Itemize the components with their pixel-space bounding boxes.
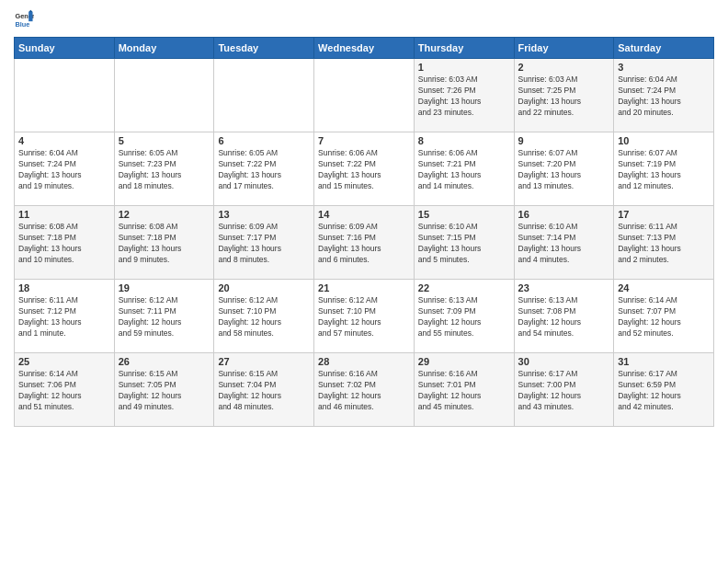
weekday-header-saturday: Saturday bbox=[614, 38, 714, 59]
day-info: Sunrise: 6:05 AM Sunset: 7:22 PM Dayligh… bbox=[218, 148, 310, 192]
calendar-cell: 5Sunrise: 6:05 AM Sunset: 7:23 PM Daylig… bbox=[114, 132, 214, 206]
day-number: 31 bbox=[618, 356, 710, 367]
day-number: 23 bbox=[518, 282, 610, 293]
calendar-cell bbox=[214, 59, 314, 132]
day-number: 18 bbox=[18, 282, 110, 293]
calendar-cell: 13Sunrise: 6:09 AM Sunset: 7:17 PM Dayli… bbox=[214, 206, 314, 280]
day-info: Sunrise: 6:05 AM Sunset: 7:23 PM Dayligh… bbox=[119, 148, 210, 192]
calendar-week-1: 1Sunrise: 6:03 AM Sunset: 7:26 PM Daylig… bbox=[15, 59, 714, 132]
calendar-cell: 28Sunrise: 6:16 AM Sunset: 7:02 PM Dayli… bbox=[314, 353, 415, 427]
day-number: 3 bbox=[618, 62, 710, 73]
calendar-cell bbox=[114, 59, 214, 132]
day-info: Sunrise: 6:07 AM Sunset: 7:19 PM Dayligh… bbox=[618, 148, 710, 192]
day-info: Sunrise: 6:13 AM Sunset: 7:08 PM Dayligh… bbox=[518, 295, 610, 339]
day-info: Sunrise: 6:10 AM Sunset: 7:14 PM Dayligh… bbox=[518, 222, 610, 266]
day-number: 28 bbox=[318, 356, 410, 367]
calendar-cell: 7Sunrise: 6:06 AM Sunset: 7:22 PM Daylig… bbox=[314, 132, 415, 206]
calendar-cell: 29Sunrise: 6:16 AM Sunset: 7:01 PM Dayli… bbox=[414, 353, 514, 427]
svg-text:Blue: Blue bbox=[15, 20, 29, 29]
calendar-cell: 27Sunrise: 6:15 AM Sunset: 7:04 PM Dayli… bbox=[214, 353, 314, 427]
day-number: 1 bbox=[418, 62, 510, 73]
day-number: 25 bbox=[18, 356, 110, 367]
day-info: Sunrise: 6:06 AM Sunset: 7:21 PM Dayligh… bbox=[418, 148, 510, 192]
calendar-cell: 3Sunrise: 6:04 AM Sunset: 7:24 PM Daylig… bbox=[614, 59, 714, 132]
logo: General Blue bbox=[14, 9, 38, 29]
calendar-cell: 26Sunrise: 6:15 AM Sunset: 7:05 PM Dayli… bbox=[114, 353, 214, 427]
day-number: 10 bbox=[618, 135, 710, 146]
day-info: Sunrise: 6:11 AM Sunset: 7:12 PM Dayligh… bbox=[18, 295, 110, 339]
day-number: 16 bbox=[518, 209, 610, 220]
day-number: 5 bbox=[119, 135, 210, 146]
day-info: Sunrise: 6:08 AM Sunset: 7:18 PM Dayligh… bbox=[18, 222, 110, 266]
day-number: 17 bbox=[618, 209, 710, 220]
calendar-cell: 20Sunrise: 6:12 AM Sunset: 7:10 PM Dayli… bbox=[214, 280, 314, 353]
day-number: 8 bbox=[418, 135, 510, 146]
calendar-cell: 2Sunrise: 6:03 AM Sunset: 7:25 PM Daylig… bbox=[514, 59, 614, 132]
day-info: Sunrise: 6:03 AM Sunset: 7:25 PM Dayligh… bbox=[518, 75, 610, 119]
day-number: 13 bbox=[218, 209, 310, 220]
day-info: Sunrise: 6:16 AM Sunset: 7:02 PM Dayligh… bbox=[318, 369, 410, 413]
calendar-cell: 14Sunrise: 6:09 AM Sunset: 7:16 PM Dayli… bbox=[314, 206, 415, 280]
svg-marker-3 bbox=[28, 10, 32, 12]
svg-marker-2 bbox=[28, 12, 32, 21]
day-number: 21 bbox=[318, 282, 410, 293]
calendar-cell: 1Sunrise: 6:03 AM Sunset: 7:26 PM Daylig… bbox=[414, 59, 514, 132]
calendar-cell: 25Sunrise: 6:14 AM Sunset: 7:06 PM Dayli… bbox=[15, 353, 115, 427]
calendar-cell: 19Sunrise: 6:12 AM Sunset: 7:11 PM Dayli… bbox=[114, 280, 214, 353]
calendar-cell: 11Sunrise: 6:08 AM Sunset: 7:18 PM Dayli… bbox=[15, 206, 115, 280]
day-info: Sunrise: 6:17 AM Sunset: 6:59 PM Dayligh… bbox=[618, 369, 710, 413]
calendar-cell: 30Sunrise: 6:17 AM Sunset: 7:00 PM Dayli… bbox=[514, 353, 614, 427]
day-number: 12 bbox=[119, 209, 210, 220]
day-number: 14 bbox=[318, 209, 410, 220]
weekday-header-thursday: Thursday bbox=[414, 38, 514, 59]
day-info: Sunrise: 6:10 AM Sunset: 7:15 PM Dayligh… bbox=[418, 222, 510, 266]
calendar-cell: 24Sunrise: 6:14 AM Sunset: 7:07 PM Dayli… bbox=[614, 280, 714, 353]
weekday-header-sunday: Sunday bbox=[15, 38, 115, 59]
calendar-cell: 31Sunrise: 6:17 AM Sunset: 6:59 PM Dayli… bbox=[614, 353, 714, 427]
day-number: 29 bbox=[418, 356, 510, 367]
calendar-week-2: 4Sunrise: 6:04 AM Sunset: 7:24 PM Daylig… bbox=[15, 132, 714, 206]
calendar-cell: 10Sunrise: 6:07 AM Sunset: 7:19 PM Dayli… bbox=[614, 132, 714, 206]
day-info: Sunrise: 6:14 AM Sunset: 7:06 PM Dayligh… bbox=[18, 369, 110, 413]
day-info: Sunrise: 6:03 AM Sunset: 7:26 PM Dayligh… bbox=[418, 75, 510, 119]
day-number: 27 bbox=[218, 356, 310, 367]
day-info: Sunrise: 6:07 AM Sunset: 7:20 PM Dayligh… bbox=[518, 148, 610, 192]
weekday-header-friday: Friday bbox=[514, 38, 614, 59]
day-info: Sunrise: 6:15 AM Sunset: 7:04 PM Dayligh… bbox=[218, 369, 310, 413]
calendar-cell: 8Sunrise: 6:06 AM Sunset: 7:21 PM Daylig… bbox=[414, 132, 514, 206]
day-info: Sunrise: 6:06 AM Sunset: 7:22 PM Dayligh… bbox=[318, 148, 410, 192]
calendar-cell: 18Sunrise: 6:11 AM Sunset: 7:12 PM Dayli… bbox=[15, 280, 115, 353]
weekday-header-tuesday: Tuesday bbox=[214, 38, 314, 59]
day-number: 6 bbox=[218, 135, 310, 146]
calendar-cell: 6Sunrise: 6:05 AM Sunset: 7:22 PM Daylig… bbox=[214, 132, 314, 206]
day-number: 26 bbox=[119, 356, 210, 367]
calendar-cell: 9Sunrise: 6:07 AM Sunset: 7:20 PM Daylig… bbox=[514, 132, 614, 206]
day-number: 2 bbox=[518, 62, 610, 73]
day-number: 19 bbox=[119, 282, 210, 293]
calendar-table: SundayMondayTuesdayWednesdayThursdayFrid… bbox=[14, 37, 714, 427]
day-number: 22 bbox=[418, 282, 510, 293]
calendar-cell: 16Sunrise: 6:10 AM Sunset: 7:14 PM Dayli… bbox=[514, 206, 614, 280]
day-info: Sunrise: 6:16 AM Sunset: 7:01 PM Dayligh… bbox=[418, 369, 510, 413]
day-info: Sunrise: 6:09 AM Sunset: 7:17 PM Dayligh… bbox=[218, 222, 310, 266]
calendar-cell: 22Sunrise: 6:13 AM Sunset: 7:09 PM Dayli… bbox=[414, 280, 514, 353]
calendar-cell: 4Sunrise: 6:04 AM Sunset: 7:24 PM Daylig… bbox=[15, 132, 115, 206]
weekday-header-monday: Monday bbox=[114, 38, 214, 59]
day-info: Sunrise: 6:08 AM Sunset: 7:18 PM Dayligh… bbox=[119, 222, 210, 266]
calendar-week-3: 11Sunrise: 6:08 AM Sunset: 7:18 PM Dayli… bbox=[15, 206, 714, 280]
calendar-cell bbox=[314, 59, 415, 132]
header: General Blue bbox=[14, 9, 714, 29]
page-container: General Blue SundayMondayTuesdayWednesda… bbox=[0, 0, 728, 436]
day-number: 24 bbox=[618, 282, 710, 293]
day-info: Sunrise: 6:11 AM Sunset: 7:13 PM Dayligh… bbox=[618, 222, 710, 266]
day-number: 30 bbox=[518, 356, 610, 367]
weekday-header-row: SundayMondayTuesdayWednesdayThursdayFrid… bbox=[15, 38, 714, 59]
calendar-week-5: 25Sunrise: 6:14 AM Sunset: 7:06 PM Dayli… bbox=[15, 353, 714, 427]
calendar-cell: 23Sunrise: 6:13 AM Sunset: 7:08 PM Dayli… bbox=[514, 280, 614, 353]
day-info: Sunrise: 6:12 AM Sunset: 7:10 PM Dayligh… bbox=[218, 295, 310, 339]
day-number: 7 bbox=[318, 135, 410, 146]
day-number: 4 bbox=[18, 135, 110, 146]
generalblue-logo-icon: General Blue bbox=[14, 9, 34, 29]
calendar-cell: 15Sunrise: 6:10 AM Sunset: 7:15 PM Dayli… bbox=[414, 206, 514, 280]
day-info: Sunrise: 6:09 AM Sunset: 7:16 PM Dayligh… bbox=[318, 222, 410, 266]
